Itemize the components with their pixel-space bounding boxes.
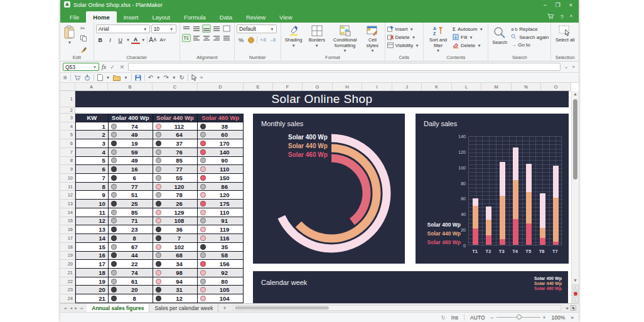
table-row[interactable]: 5498590 [76, 157, 244, 166]
table-row[interactable]: 19619480 [76, 277, 244, 286]
column-header-N[interactable]: N [512, 83, 541, 90]
column-header-E[interactable]: E [244, 83, 273, 90]
visibility-button[interactable]: Visibility▼ [387, 42, 422, 48]
row-header-20[interactable]: 20 [60, 260, 75, 269]
insert-cells-button[interactable]: Insert▼ [387, 26, 422, 32]
value-cell[interactable]: 25 [109, 200, 153, 208]
value-cell[interactable]: 49 [109, 157, 153, 165]
vertical-scrollbar[interactable]: ▲ ▼ ⁞ ⁞ [571, 91, 579, 303]
row-headers[interactable]: 123456789101112131415161718192021222324 [60, 91, 75, 303]
cancel-entry-icon[interactable]: ✕ [119, 64, 126, 70]
row-header-18[interactable]: 18 [60, 243, 75, 252]
column-header-I[interactable]: I [362, 83, 392, 90]
shading-button[interactable]: Shading▼ [283, 24, 304, 53]
column-header-G[interactable]: G [303, 83, 333, 90]
value-cell[interactable]: 74 [109, 269, 153, 277]
value-cell[interactable]: 150 [198, 174, 244, 182]
monthly-sales-panel[interactable]: Monthly sales Solar 400 WpSolar 440 WpSo… [253, 114, 405, 264]
menu-tab-formula[interactable]: Formula [177, 11, 213, 23]
value-cell[interactable]: 23 [109, 225, 153, 233]
conditional-formatting-button[interactable]: Conditional formatting▼ [330, 24, 360, 53]
shrink-font-button[interactable]: A˅ [159, 36, 168, 44]
row-header-14[interactable]: 14 [60, 208, 75, 217]
value-cell[interactable]: 60 [198, 131, 244, 139]
scroll-up-icon[interactable]: ▲ [573, 91, 577, 97]
row-header-8[interactable]: 8 [60, 157, 75, 166]
value-cell[interactable]: 85 [109, 208, 153, 217]
kw-cell[interactable]: 9 [76, 191, 109, 199]
autosum-button[interactable]: ΣAutosum▼ [453, 26, 483, 32]
value-cell[interactable]: 108 [153, 217, 198, 225]
split-handle-icon[interactable]: ⁞ [572, 284, 579, 290]
selection-mode-icon[interactable] [571, 305, 576, 311]
kw-cell[interactable]: 11 [76, 208, 109, 217]
open-folder-icon[interactable] [113, 75, 121, 81]
table-row[interactable]: 31937170 [76, 139, 244, 148]
minimize-button[interactable]: − [543, 2, 546, 8]
text-orientation-icon[interactable]: T1 [182, 34, 191, 42]
row-header-5[interactable]: 5 [60, 131, 75, 139]
table-row[interactable]: 1185129110 [76, 208, 244, 217]
scroll-down-icon[interactable]: ▼ [573, 277, 577, 284]
kw-cell[interactable]: 15 [76, 243, 109, 251]
underline-button[interactable]: U [116, 36, 125, 44]
value-cell[interactable]: 35 [198, 243, 244, 251]
kw-cell[interactable]: 6 [76, 165, 109, 173]
zoom-slider[interactable]: − + [491, 314, 546, 321]
sidebar-toggle-icon[interactable]: ≡ [63, 74, 67, 81]
vertical-scroll-thumb[interactable] [573, 99, 577, 180]
column-header-B[interactable]: B [108, 83, 153, 90]
table-row[interactable]: 61677110 [76, 165, 244, 174]
value-cell[interactable]: 59 [109, 148, 153, 156]
align-justify-icon[interactable] [222, 34, 231, 42]
percent-format-button[interactable]: % [237, 36, 245, 44]
value-cell[interactable]: 120 [198, 191, 244, 199]
hand-tool-icon[interactable] [84, 74, 90, 81]
menu-tab-review[interactable]: Review [239, 11, 272, 23]
calendar-week-panel[interactable]: Calendar week Solar 400 WpSolar 440 WpSo… [253, 271, 568, 303]
value-cell[interactable]: 98 [153, 269, 198, 277]
table-row[interactable]: 202031105 [76, 286, 244, 294]
row-header-3[interactable]: 3 [60, 114, 75, 122]
value-cell[interactable]: 68 [153, 252, 198, 260]
horizontal-scroll-thumb[interactable] [235, 306, 329, 309]
value-cell[interactable]: 85 [153, 157, 198, 165]
collapse-ribbon-icon[interactable]: ^ [570, 14, 572, 20]
value-cell[interactable]: 36 [153, 225, 198, 233]
font-name-combo[interactable]: Arial▼ [96, 24, 150, 33]
value-cell[interactable]: 38 [198, 122, 244, 131]
value-cell[interactable]: 8 [109, 294, 153, 303]
table-row[interactable]: 95178120 [76, 191, 244, 200]
value-cell[interactable]: 7 [153, 234, 198, 242]
row-header-17[interactable]: 17 [60, 234, 75, 243]
value-cell[interactable]: 110 [198, 165, 244, 173]
value-cell[interactable]: 86 [198, 183, 244, 191]
kw-cell[interactable]: 10 [76, 200, 109, 208]
table-row[interactable]: 2496460 [76, 131, 244, 139]
font-color-button[interactable]: A [131, 36, 140, 44]
kw-cell[interactable]: 5 [76, 157, 109, 165]
column-headers[interactable]: ABCDEFGHIJKLMNO [60, 83, 571, 91]
column-header-A[interactable]: A [75, 83, 108, 90]
cart-icon[interactable] [547, 13, 554, 21]
cell-reference-box[interactable]: Q53▼ [63, 63, 99, 71]
value-cell[interactable]: 34 [153, 260, 198, 268]
kw-cell[interactable]: 3 [76, 139, 109, 148]
kw-cell[interactable]: 18 [76, 269, 109, 277]
scroll-right-icon[interactable]: ▸ [566, 306, 569, 311]
row-header-24[interactable]: 24 [60, 294, 75, 303]
table-row[interactable]: 18749892 [76, 269, 244, 277]
value-cell[interactable]: 77 [109, 183, 153, 191]
format-painter-icon[interactable] [79, 46, 88, 55]
table-row[interactable]: 17411238 [76, 122, 244, 131]
redo-dropdown-arrow[interactable]: ▼ [172, 75, 176, 80]
wrap-text-icon[interactable] [222, 24, 231, 33]
table-row[interactable]: 132336119 [76, 225, 244, 234]
table-row[interactable]: 156710235 [76, 243, 244, 252]
row-header-11[interactable]: 11 [60, 183, 75, 191]
row-header-15[interactable]: 15 [60, 217, 75, 226]
row-header-12[interactable]: 12 [60, 191, 75, 200]
pointer-tool-icon[interactable] [191, 74, 197, 81]
zoom-out-icon[interactable]: − [491, 314, 494, 321]
kw-cell[interactable]: 7 [76, 174, 109, 182]
